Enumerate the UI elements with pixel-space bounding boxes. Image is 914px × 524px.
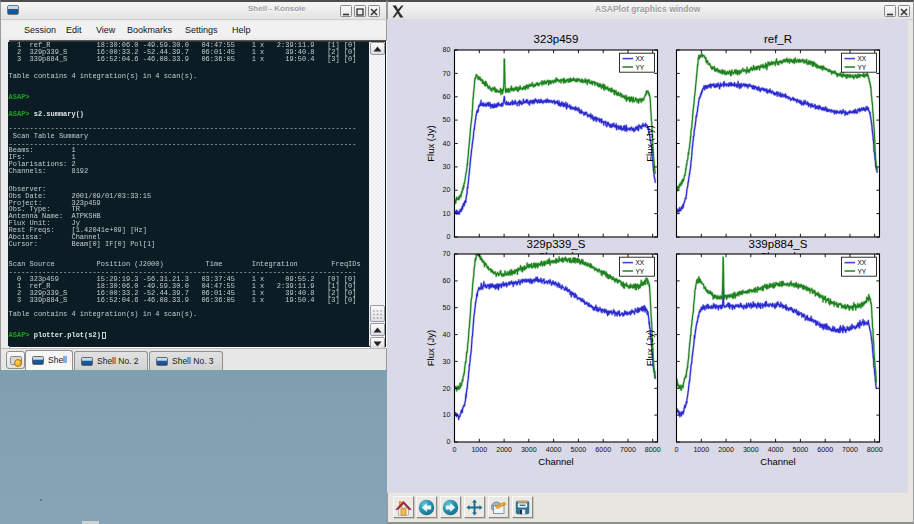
svg-text:8000: 8000 <box>645 446 661 454</box>
svg-text:7000: 7000 <box>620 446 636 454</box>
svg-text:0: 0 <box>453 446 457 454</box>
svg-text:323p459: 323p459 <box>534 33 579 45</box>
svg-text:4000: 4000 <box>768 446 784 454</box>
svg-text:50: 50 <box>443 116 451 124</box>
svg-text:70: 70 <box>443 70 451 78</box>
svg-text:Flux (Jy): Flux (Jy) <box>425 330 436 366</box>
svg-text:2000: 2000 <box>496 446 512 454</box>
svg-text:60: 60 <box>443 93 451 101</box>
svg-text:6000: 6000 <box>595 446 611 454</box>
svg-text:60: 60 <box>443 277 451 285</box>
svg-text:5000: 5000 <box>571 446 587 454</box>
svg-text:YY: YY <box>636 268 645 275</box>
svg-text:10: 10 <box>443 210 451 218</box>
svg-text:ref_R: ref_R <box>764 33 792 45</box>
svg-text:30: 30 <box>443 358 451 366</box>
svg-text:Flux (Jy): Flux (Jy) <box>644 330 655 366</box>
svg-text:70: 70 <box>443 250 451 258</box>
svg-text:0: 0 <box>675 446 679 454</box>
svg-text:XX: XX <box>858 55 867 62</box>
svg-text:XX: XX <box>636 55 645 62</box>
svg-text:YY: YY <box>858 268 867 275</box>
svg-text:339p884_S: 339p884_S <box>749 238 808 250</box>
svg-text:80: 80 <box>443 46 451 54</box>
svg-text:3000: 3000 <box>521 446 537 454</box>
svg-text:6000: 6000 <box>817 446 833 454</box>
svg-text:329p339_S: 329p339_S <box>527 238 586 250</box>
svg-text:Channel: Channel <box>538 456 573 467</box>
svg-text:3000: 3000 <box>743 446 759 454</box>
svg-text:Channel: Channel <box>760 456 795 467</box>
svg-text:2000: 2000 <box>718 446 734 454</box>
svg-text:0: 0 <box>447 438 451 446</box>
svg-text:4000: 4000 <box>546 446 562 454</box>
svg-text:YY: YY <box>636 64 645 71</box>
svg-text:XX: XX <box>858 259 867 266</box>
svg-text:20: 20 <box>443 385 451 393</box>
svg-text:40: 40 <box>443 331 451 339</box>
svg-text:0: 0 <box>447 233 451 241</box>
svg-text:Flux (Jy): Flux (Jy) <box>644 125 655 161</box>
svg-text:5000: 5000 <box>793 446 809 454</box>
svg-text:10: 10 <box>443 411 451 419</box>
svg-text:40: 40 <box>443 140 451 148</box>
svg-text:YY: YY <box>858 64 867 71</box>
svg-text:30: 30 <box>443 163 451 171</box>
svg-text:50: 50 <box>443 304 451 312</box>
svg-text:1000: 1000 <box>693 446 709 454</box>
svg-text:20: 20 <box>443 186 451 194</box>
svg-text:Flux (Jy): Flux (Jy) <box>425 125 436 161</box>
svg-text:8000: 8000 <box>867 446 883 454</box>
svg-text:1000: 1000 <box>471 446 487 454</box>
svg-text:XX: XX <box>636 259 645 266</box>
svg-text:7000: 7000 <box>842 446 858 454</box>
